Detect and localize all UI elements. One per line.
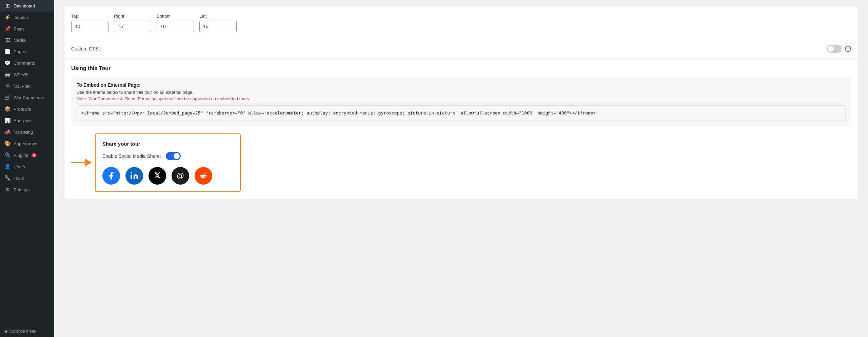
- facebook-icon[interactable]: [102, 167, 120, 185]
- sidebar-item-label-products: Products: [14, 107, 31, 112]
- tour-section: Using this Tour To Embed on External Pag…: [64, 58, 858, 199]
- social-media-toggle[interactable]: [166, 152, 181, 160]
- email-icon[interactable]: @: [172, 167, 189, 185]
- mailpoet-icon: ✉: [4, 83, 11, 89]
- embed-box: To Embed on External Page: Use the ifram…: [71, 77, 851, 127]
- share-box: Share your tour Enable Social Media Shar…: [95, 133, 241, 192]
- sidebar-item-wpvr[interactable]: 🥽WP VR: [0, 69, 54, 80]
- plugins-badge: 4: [32, 153, 37, 157]
- woocommerce-icon: 🛒: [4, 94, 11, 101]
- enable-social-label: Enable Social Media Share:: [102, 153, 161, 159]
- sidebar-item-media[interactable]: 🖼Media: [0, 35, 54, 46]
- users-icon: 👤: [4, 164, 11, 170]
- sidebar-item-label-analytics: Analytics: [14, 118, 31, 123]
- sidebar-item-appearance[interactable]: 🎨Appearance: [0, 138, 54, 149]
- sidebar-item-label-users: Users: [14, 164, 25, 169]
- padding-right-field: Right: [114, 14, 151, 32]
- padding-bottom-input[interactable]: [157, 21, 194, 32]
- sidebar-item-pages[interactable]: 📄Pages: [0, 46, 54, 57]
- svg-point-0: [131, 172, 132, 173]
- enable-social-row: Enable Social Media Share:: [102, 152, 233, 160]
- sidebar-item-label-pages: Pages: [14, 49, 26, 54]
- custom-css-controls: i: [827, 45, 851, 53]
- arrow-line: [71, 162, 85, 163]
- collapse-menu-button[interactable]: ◀ Collapse menu: [0, 325, 54, 337]
- padding-top-field: Top: [71, 14, 108, 32]
- sidebar-item-label-media: Media: [14, 38, 25, 43]
- padding-bottom-field: Bottom: [157, 14, 194, 32]
- share-arrow: [71, 159, 92, 167]
- wpvr-icon: 🥽: [4, 71, 11, 78]
- sidebar-item-label-appearance: Appearance: [14, 141, 37, 146]
- sidebar-item-label-posts: Posts: [14, 26, 25, 31]
- embed-code-box: <iframe src="http://wpvr.local/?embed_pa…: [77, 105, 846, 121]
- sidebar-item-marketing[interactable]: 📣Marketing: [0, 126, 54, 138]
- sidebar-item-label-plugins: Plugins: [14, 153, 28, 158]
- plugins-icon: 🔌: [4, 152, 11, 158]
- main-content: Top Right Bottom Left Custom CSS :: [54, 0, 868, 337]
- sidebar-item-label-settings: Settings: [14, 187, 29, 192]
- dashboard-icon: ⊞: [4, 3, 11, 9]
- sidebar-item-mailpoet[interactable]: ✉MailPoet: [0, 80, 54, 92]
- padding-left-input[interactable]: [199, 21, 237, 32]
- social-icons-row: 𝕏 @: [102, 167, 233, 185]
- pages-icon: 📄: [4, 48, 11, 55]
- sidebar-item-label-wpvr: WP VR: [14, 72, 28, 77]
- marketing-icon: 📣: [4, 129, 11, 135]
- jetpack-icon: ⚡: [4, 14, 11, 20]
- sidebar-item-jetpack[interactable]: ⚡Jetpack: [0, 12, 54, 23]
- sidebar-item-tools[interactable]: 🔧Tools: [0, 172, 54, 184]
- padding-row: Top Right Bottom Left: [64, 7, 858, 39]
- custom-css-label: Custom CSS :: [71, 46, 101, 51]
- reddit-icon[interactable]: [195, 167, 212, 185]
- sidebar-item-plugins[interactable]: 🔌Plugins4: [0, 149, 54, 161]
- embed-box-title: To Embed on External Page:: [77, 82, 846, 88]
- tour-section-title: Using this Tour: [71, 65, 851, 71]
- padding-bottom-label: Bottom: [157, 14, 194, 19]
- sidebar-item-label-woocommerce: WooCommerce: [14, 95, 44, 100]
- sidebar-item-products[interactable]: 📦Products: [0, 103, 54, 115]
- collapse-menu-label: Collapse menu: [9, 329, 36, 334]
- posts-icon: 📌: [4, 26, 11, 32]
- embed-box-desc: Use the iframe below to share this tour …: [77, 90, 846, 95]
- comments-icon: 💬: [4, 60, 11, 66]
- padding-top-input[interactable]: [71, 21, 108, 32]
- share-box-title: Share your tour: [102, 141, 233, 147]
- sidebar-item-analytics[interactable]: 📊Analytics: [0, 115, 54, 126]
- sidebar-item-comments[interactable]: 💬Comments: [0, 57, 54, 69]
- linkedin-icon[interactable]: [125, 167, 143, 185]
- products-icon: 📦: [4, 106, 11, 112]
- sidebar-item-label-jetpack: Jetpack: [14, 15, 29, 20]
- padding-top-label: Top: [71, 14, 108, 19]
- sidebar-item-dashboard[interactable]: ⊞Dashboard: [0, 0, 54, 12]
- custom-css-info-icon[interactable]: i: [845, 46, 851, 52]
- settings-card: Top Right Bottom Left Custom CSS :: [64, 7, 858, 199]
- twitter-x-icon[interactable]: 𝕏: [149, 167, 166, 185]
- custom-css-toggle-slider: [827, 45, 842, 53]
- sidebar-item-label-comments: Comments: [14, 61, 35, 66]
- sidebar-item-label-marketing: Marketing: [14, 130, 33, 135]
- social-media-toggle-slider: [166, 152, 181, 160]
- custom-css-row: Custom CSS : i: [64, 39, 858, 58]
- settings-icon: ⚙: [4, 187, 11, 193]
- appearance-icon: 🎨: [4, 141, 11, 147]
- share-section-wrapper: Share your tour Enable Social Media Shar…: [71, 133, 851, 192]
- custom-css-toggle[interactable]: [827, 45, 842, 53]
- embed-box-note: Note: WooCommerce & Fluent Forms hotspot…: [77, 96, 846, 101]
- padding-left-label: Left: [199, 14, 237, 19]
- padding-right-label: Right: [114, 14, 151, 19]
- collapse-icon: ◀: [4, 329, 7, 334]
- media-icon: 🖼: [4, 37, 11, 43]
- sidebar-item-settings[interactable]: ⚙Settings: [0, 184, 54, 195]
- analytics-icon: 📊: [4, 118, 11, 124]
- sidebar-item-label-tools: Tools: [14, 176, 24, 181]
- sidebar-item-label-mailpoet: MailPoet: [14, 84, 31, 89]
- sidebar-item-posts[interactable]: 📌Posts: [0, 23, 54, 35]
- sidebar: ⊞Dashboard⚡Jetpack📌Posts🖼Media📄Pages💬Com…: [0, 0, 54, 337]
- sidebar-item-woocommerce[interactable]: 🛒WooCommerce: [0, 92, 54, 103]
- sidebar-item-label-dashboard: Dashboard: [14, 3, 35, 8]
- padding-right-input[interactable]: [114, 21, 151, 32]
- arrow-head: [85, 159, 92, 167]
- tools-icon: 🔧: [4, 175, 11, 181]
- sidebar-item-users[interactable]: 👤Users: [0, 161, 54, 172]
